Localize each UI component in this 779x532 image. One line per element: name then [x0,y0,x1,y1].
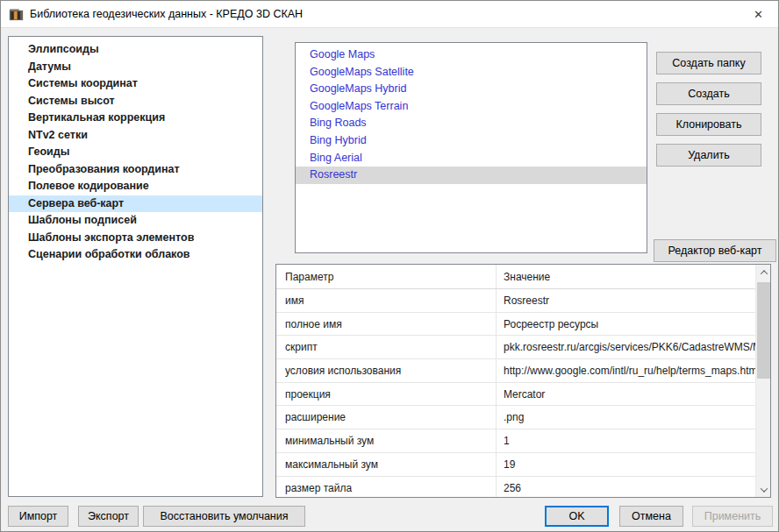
param-name-cell: условия использования [276,359,496,382]
param-value-cell[interactable]: 1 [496,429,755,452]
export-button[interactable]: Экспорт [78,506,139,527]
table-scrollbar[interactable] [755,265,770,497]
param-value-cell[interactable]: pkk.rosreestr.ru/arcgis/services/PKK6/Ca… [496,336,755,358]
server-item-5[interactable]: Bing Hybrid [296,132,647,150]
sidebar-item-3[interactable]: Системы высот [9,93,262,110]
clone-button[interactable]: Клонировать [656,113,761,136]
server-item-3[interactable]: GoogleMaps Terrain [296,98,647,116]
sidebar-item-8[interactable]: Полевое кодирование [9,178,262,195]
close-icon[interactable]: ✕ [739,1,778,27]
table-row[interactable]: минимальный зум1 [276,429,755,453]
server-item-2[interactable]: GoogleMaps Hybrid [296,81,647,98]
server-list: Google MapsGoogleMaps SatelliteGoogleMap… [295,42,647,253]
sidebar-item-6[interactable]: Геоиды [9,144,262,161]
table-row[interactable]: скриптpkk.rosreestr.ru/arcgis/services/P… [276,336,755,359]
sidebar-item-11[interactable]: Шаблоны экспорта элементов [9,230,262,247]
header-parameter: Параметр [276,265,496,288]
table-row[interactable]: полное имяРосреестр ресурсы [276,313,755,337]
sidebar-item-1[interactable]: Датумы [9,59,262,76]
param-name-cell: имя [276,289,496,312]
param-value-cell[interactable]: 19 [496,453,755,476]
table-row[interactable]: условия использованияhttp://www.google.c… [276,359,755,383]
web-map-editor-button[interactable]: Редактор веб-карт [654,239,776,262]
table-row[interactable]: размер тайла256 [276,477,755,498]
sidebar-item-5[interactable]: NTv2 сетки [9,127,262,145]
param-name-cell: скрипт [276,336,496,358]
properties-table: Параметр Значение имяRosreestrполное имя… [275,264,771,498]
window-title: Библиотека геодезических данных - КРЕДО … [30,8,303,20]
table-row[interactable]: имяRosreestr [276,289,755,313]
server-item-4[interactable]: Bing Roads [296,115,647,132]
param-value-cell[interactable]: Rosreestr [496,289,755,312]
table-row[interactable]: максимальный зум19 [276,453,755,477]
scrollbar-thumb[interactable] [757,282,770,379]
library-books-icon [9,7,24,22]
sidebar-item-0[interactable]: Эллипсоиды [9,41,262,59]
param-name-cell: расширение [276,406,496,429]
param-name-cell: максимальный зум [276,453,496,476]
param-value-cell[interactable]: 256 [496,477,755,498]
sidebar-item-10[interactable]: Шаблоны подписей [9,212,262,230]
create-button[interactable]: Создать [656,82,761,105]
delete-button[interactable]: Удалить [656,144,761,167]
server-item-6[interactable]: Bing Aerial [296,150,647,167]
restore-defaults-button[interactable]: Восстановить умолчания [143,506,305,527]
scroll-down-icon[interactable] [756,482,771,497]
table-row[interactable]: проекцияMercator [276,383,755,407]
apply-button[interactable]: Применить [692,506,773,527]
properties-rows-area: Параметр Значение имяRosreestrполное имя… [276,265,755,497]
properties-header-row: Параметр Значение [276,265,755,289]
import-button[interactable]: Импорт [8,506,68,527]
titlebar: Библиотека геодезических данных - КРЕДО … [1,1,778,28]
category-list: ЭллипсоидыДатумыСистемы координатСистемы… [8,36,263,497]
sidebar-item-9[interactable]: Сервера веб-карт [9,195,262,213]
cancel-button[interactable]: Отмена [619,506,683,527]
table-row[interactable]: расширение.png [276,406,755,429]
param-value-cell[interactable]: Росреестр ресурсы [496,313,755,336]
param-value-cell[interactable]: http://www.google.com/intl/ru_ru/help/te… [496,359,755,382]
server-item-1[interactable]: GoogleMaps Satellite [296,64,647,82]
sidebar-item-2[interactable]: Системы координат [9,75,262,93]
create-folder-button[interactable]: Создать папку [656,52,761,74]
server-item-7[interactable]: Rosreestr [296,167,647,184]
param-name-cell: проекция [276,383,496,406]
scroll-up-icon[interactable] [756,265,771,280]
header-value: Значение [496,265,755,288]
dialog-library-window: Библиотека геодезических данных - КРЕДО … [0,0,779,532]
param-name-cell: размер тайла [276,477,496,498]
param-value-cell[interactable]: Mercator [496,383,755,406]
param-name-cell: полное имя [276,313,496,336]
param-name-cell: минимальный зум [276,429,496,452]
sidebar-item-12[interactable]: Сценарии обработки облаков [9,246,262,264]
sidebar-item-4[interactable]: Вертикальная коррекция [9,110,262,127]
sidebar-item-7[interactable]: Преобразования координат [9,161,262,179]
param-value-cell[interactable]: .png [496,406,755,429]
server-item-0[interactable]: Google Maps [296,46,647,64]
ok-button[interactable]: OK [545,506,609,527]
